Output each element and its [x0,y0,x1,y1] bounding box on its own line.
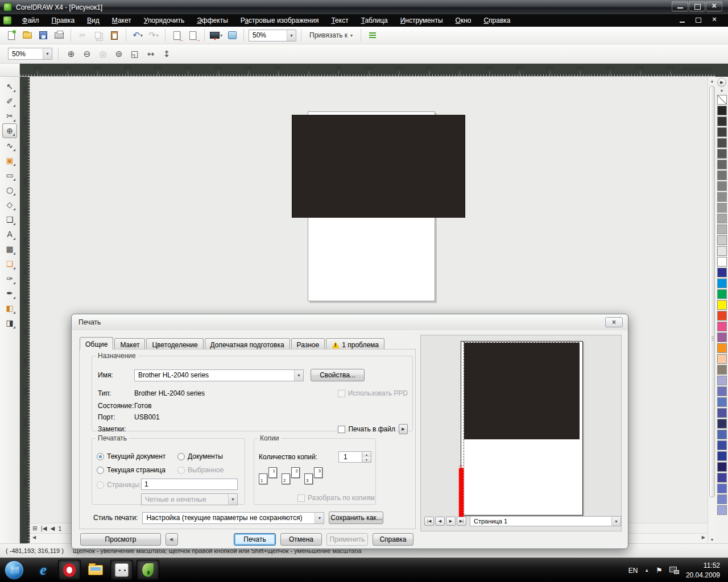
menu-Растровые изображения[interactable]: Растровые изображения [234,15,325,26]
palette-swatch[interactable] [717,451,727,461]
horizontal-ruler[interactable]: миллиметры 45040035030025020015010050050… [20,64,715,77]
palette-swatch[interactable] [717,419,727,429]
utility-app-icon[interactable] [110,560,133,580]
preview-next-page-icon[interactable]: ▶ [446,517,456,526]
palette-swatch[interactable] [717,484,727,493]
palette-swatch[interactable] [717,354,727,364]
add-page-icon[interactable]: ⊞ [32,525,37,531]
scroll-up-icon[interactable]: ▲ [708,77,716,85]
zoom-page-icon[interactable]: ◱ [128,47,142,61]
palette-swatch[interactable] [717,160,727,169]
palette-swatch[interactable] [717,149,727,159]
palette-swatch[interactable] [717,376,727,385]
menu-Макет[interactable]: Макет [106,15,138,26]
cut-icon[interactable]: ✂ [76,28,89,42]
restore-button[interactable] [689,1,705,11]
palette-swatch[interactable] [717,332,727,342]
preview-button[interactable]: Просмотр [80,533,161,546]
explorer-icon[interactable] [84,560,107,580]
palette-swatch[interactable] [717,138,727,148]
open-icon[interactable] [20,28,34,42]
zoom-tool-icon[interactable]: ⊕ [2,123,17,138]
export-icon[interactable]: → [186,28,200,42]
interactive-fill-tool-icon[interactable]: ◨ [2,315,17,330]
palette-swatch[interactable] [717,408,727,418]
smart-fill-tool-icon[interactable]: ▣ [2,153,17,168]
dialog-close-icon[interactable]: × [605,317,623,327]
application-launcher-icon[interactable]: ▾ [209,28,223,42]
zoom-levels-combobox[interactable]: 50%▼ [8,48,52,60]
collapse-preview-icon[interactable]: « [166,533,178,546]
vertical-scrollbar[interactable]: ▲ ▼ [708,77,715,543]
properties-button[interactable]: Свойства... [311,369,365,381]
zoom-out-icon[interactable]: ⊖ [80,47,94,61]
tab-Общие[interactable]: Общие [80,337,113,350]
menu-Текст[interactable]: Текст [325,15,354,26]
eyedropper-tool-icon[interactable]: ✑ [2,271,17,286]
palette-swatch[interactable] [717,268,727,277]
preview-prev-page-icon[interactable]: ◀ [435,517,445,526]
scroll-down-icon[interactable]: ▼ [708,535,716,543]
mdi-close-button[interactable] [709,16,720,24]
print-to-file-flyout-icon[interactable]: ▶ [399,424,408,434]
menu-Правка[interactable]: Правка [46,15,81,26]
palette-swatch[interactable] [717,225,727,234]
tab-Макет[interactable]: Макет [114,338,145,350]
zoom-level-combobox[interactable]: 50%▼ [249,30,296,41]
action-center-flag-icon[interactable]: ⚑ [656,566,663,575]
palette-swatch[interactable] [717,106,727,115]
spin-up-icon[interactable]: ▲ [362,452,371,457]
palette-swatch[interactable] [717,235,727,245]
current-page-radio[interactable] [97,467,104,474]
palette-swatch[interactable] [717,127,727,137]
palette-swatch[interactable] [717,494,727,504]
tray-expand-icon[interactable]: ▲ [644,568,649,573]
zoom-selected-icon[interactable]: ◎ [96,47,110,61]
paste-icon[interactable] [107,28,121,42]
palette-scroll-up-icon[interactable]: ▲ [720,88,724,95]
help-button[interactable]: Справка [373,533,413,546]
crop-tool-icon[interactable]: ✂ [2,109,17,123]
palette-swatch[interactable] [717,462,727,472]
polygon-tool-icon[interactable]: ◇ [2,197,17,212]
mdi-restore-button[interactable] [693,16,704,24]
first-page-icon[interactable]: |◀ [40,525,47,531]
opera-icon[interactable] [58,560,81,580]
menu-Эффекты[interactable]: Эффекты [191,15,234,26]
current-document-radio[interactable] [97,453,104,460]
palette-swatch[interactable] [717,214,727,223]
clock[interactable]: 11:52 20.04.2009 [686,561,723,579]
palette-swatch[interactable] [717,257,727,267]
zoom-page-width-icon[interactable]: ↔ [144,47,158,61]
preview-last-page-icon[interactable]: ▶| [457,517,466,526]
corel-online-icon[interactable] [225,28,239,42]
cancel-button[interactable]: Отмена [280,533,322,546]
freehand-tool-icon[interactable]: ∿ [2,138,17,153]
scroll-right-icon[interactable]: ▶ [702,535,705,540]
scroll-left-icon[interactable]: ◀ [32,535,36,540]
shape-tool-icon[interactable]: ✐ [2,94,17,109]
minimize-button[interactable] [672,1,688,11]
printer-name-combobox[interactable]: Brother HL-2040 series▼ [134,369,304,381]
palette-swatch[interactable] [717,203,727,213]
palette-swatch[interactable] [717,117,727,126]
prev-page-icon[interactable]: ◀ [50,525,55,531]
copies-count-spinner[interactable]: 1 ▲▼ [338,451,371,463]
apply-button[interactable]: Применить [326,533,368,546]
rectangle-tool-icon[interactable]: ▭ [2,168,17,182]
ellipse-tool-icon[interactable]: ○ [2,182,17,197]
palette-swatch[interactable] [717,430,727,439]
save-icon[interactable] [36,28,50,42]
zoom-all-objects-icon[interactable]: ⊚ [112,47,126,61]
mdi-minimize-button[interactable] [677,16,688,24]
scrollbar-thumb[interactable] [709,86,715,497]
pick-tool-icon[interactable]: ↖ [2,79,17,94]
table-tool-icon[interactable]: ▦ [2,242,17,256]
palette-swatch[interactable] [717,171,727,180]
image-object[interactable] [292,115,465,218]
internet-explorer-icon[interactable]: e [32,560,55,580]
tab-1 проблема[interactable]: 1 проблема [326,338,384,350]
spin-down-icon[interactable]: ▼ [362,457,371,462]
palette-swatch[interactable] [717,322,727,331]
text-tool-icon[interactable]: A [2,227,17,242]
